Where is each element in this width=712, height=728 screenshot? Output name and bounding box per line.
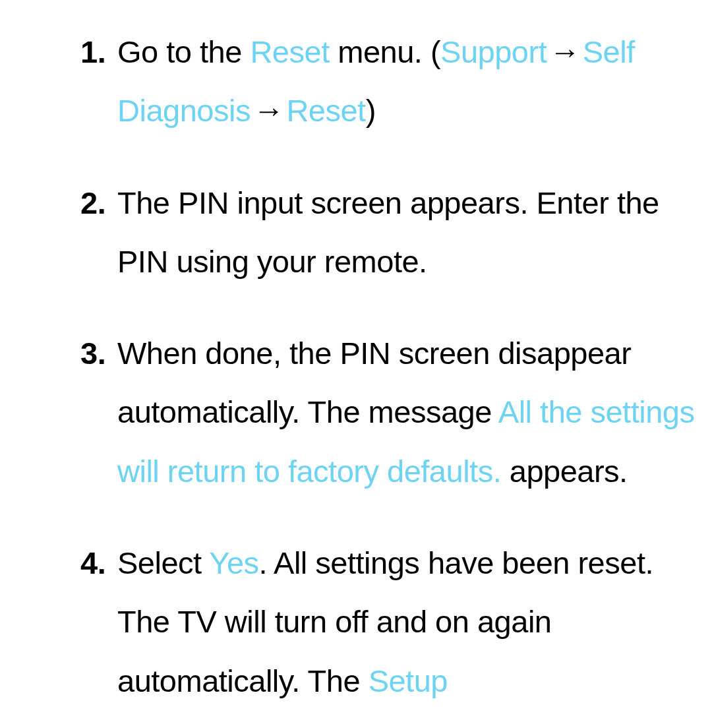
step-1-text-b: menu. ( bbox=[330, 34, 440, 69]
support-menu-label: Support bbox=[440, 34, 547, 69]
step-4-text-a: Select bbox=[117, 545, 209, 580]
step-1-text-a: Go to the bbox=[117, 34, 250, 69]
step-4: Select Yes. All settings have been reset… bbox=[83, 533, 699, 710]
document-page: Go to the Reset menu. (Support→Self Diag… bbox=[0, 0, 712, 710]
yes-option-label: Yes bbox=[209, 545, 258, 580]
reset-menu-label: Reset bbox=[250, 34, 329, 69]
step-1-text-c: ) bbox=[366, 93, 376, 128]
step-1: Go to the Reset menu. (Support→Self Diag… bbox=[83, 22, 699, 140]
step-3-text-b: appears. bbox=[501, 454, 627, 489]
step-2-text: The PIN input screen appears. Enter the … bbox=[117, 185, 659, 279]
arrow-icon: → bbox=[251, 81, 287, 140]
arrow-icon: → bbox=[547, 22, 583, 81]
step-3: When done, the PIN screen disappear auto… bbox=[83, 324, 699, 501]
setup-label: Setup bbox=[369, 663, 448, 698]
step-2: The PIN input screen appears. Enter the … bbox=[83, 173, 699, 291]
instruction-list: Go to the Reset menu. (Support→Self Diag… bbox=[83, 22, 699, 710]
reset-submenu-label: Reset bbox=[286, 93, 365, 128]
